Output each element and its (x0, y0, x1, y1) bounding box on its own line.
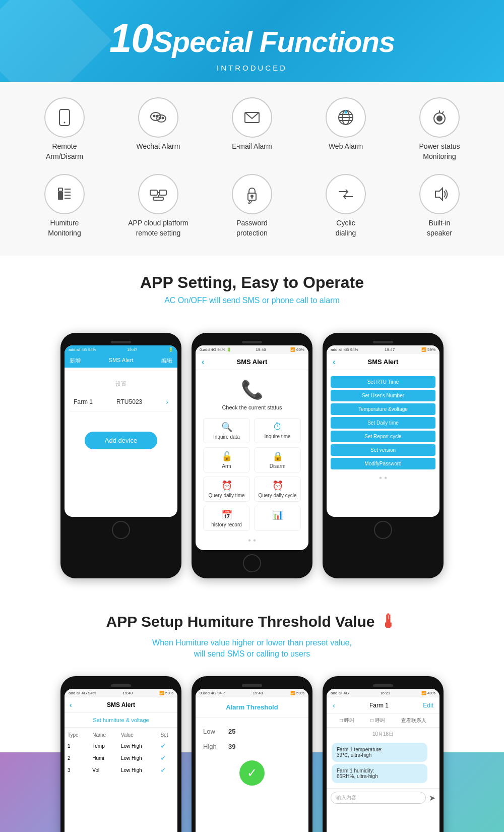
feature-icon-wechat (138, 97, 178, 138)
feature-label-cloud: APP cloud platformremote setting (128, 218, 188, 238)
feature-label-password: Passwordprotection (236, 218, 267, 238)
phone-6: add.all 4G 16:21 📶 49% ‹ Farm 1 Edit □ 呼… (323, 676, 444, 832)
feature-icon-password (232, 174, 272, 214)
phone-1-add-device-button[interactable]: Add device (85, 432, 157, 449)
phone-5: 0.add 4G 94% 19:48 📶 59% Alarm Threshold… (192, 676, 312, 832)
phone-5-high-label: High (203, 743, 223, 750)
phone-1-category: 设置 (70, 375, 172, 393)
app-setting-title: APP Setting, Easy to Operate (10, 273, 494, 292)
phone-2-inquire-time[interactable]: ⏱ Inquire time (254, 418, 301, 443)
phone-3-body: Set RTU Time Set User's Number Temperatu… (327, 370, 439, 487)
phone-3-btn-version[interactable]: Set version (331, 444, 435, 456)
feature-label-remote-arm: RemoteArm/Disarm (46, 142, 83, 161)
check-icon: ✓ (157, 740, 177, 752)
phone-5-low-row: Low 25 (203, 728, 301, 735)
phone-2-call-icon: 📞 (201, 379, 303, 400)
phone-6-farm-title: Farm 1 (369, 702, 389, 709)
phone-3-dots: • • (331, 473, 435, 483)
phone-5-low-label: Low (203, 728, 223, 735)
phone-2-query-daily-time[interactable]: ⏰ Query daily time (203, 477, 250, 502)
phone-6-speaker (373, 684, 393, 687)
phone-5-high-row: High 39 (203, 743, 301, 750)
phone-3-home-button[interactable] (374, 521, 392, 539)
feature-label-speaker: Built-inspeaker (427, 218, 452, 238)
feature-label-email: E-mail Alarm (232, 142, 272, 152)
phone-5-statusbar: 0.add 4G 94% 19:48 📶 59% (196, 689, 308, 697)
phone-1-home-button[interactable] (112, 521, 130, 539)
phone-2-inquire-data[interactable]: 🔍 Inquire data (203, 418, 250, 443)
phone-4-table: Type Name Value Set 1 Temp Low High ✓ (65, 730, 177, 776)
confirm-check-icon[interactable]: ✓ (239, 760, 265, 786)
feature-wechat-alarm: Wechat Alarm (118, 97, 199, 161)
phone-2-history-record[interactable]: 📅 history record (203, 506, 250, 531)
phone-1: add.all 4G 94% 19:47 🔋 新增 SMS Alert 编辑 设… (60, 333, 181, 578)
header-section: 10Special Functions INTRODUCED (0, 0, 504, 82)
feature-remote-arm: RemoteArm/Disarm (24, 97, 105, 161)
phone-1-title: SMS Alert (109, 357, 134, 365)
feature-speaker: Built-inspeaker (399, 174, 480, 238)
phone-2-disarm[interactable]: 🔒 Disarm (254, 447, 301, 472)
phone-1-farm-label: Farm 1 (74, 398, 93, 405)
feature-icon-humiture (44, 174, 85, 214)
feature-icon-power (419, 97, 460, 138)
phone-3-screen: add.all 4G 94% 19:47 📶 59% ‹ SMS Alert S… (327, 345, 439, 517)
calendar-icon: 📅 (221, 509, 232, 520)
phone-6-edit[interactable]: Edit (423, 702, 433, 709)
phone-2-dots: • • (201, 536, 303, 545)
phone-3-btn-temp-voltage[interactable]: Temperature &voltage (331, 403, 435, 415)
header-number: 10 (109, 16, 153, 61)
phone-5-high-value: 39 (228, 743, 235, 750)
phone-3-btn-modify-password[interactable]: ModifyPassword (331, 458, 435, 469)
phone-2-chart[interactable]: 📊 (254, 506, 301, 531)
svg-marker-39 (435, 188, 443, 200)
features-section: RemoteArm/Disarm Wechat Alarm (0, 82, 504, 256)
phone-1-header: 新增 SMS Alert 编辑 (65, 354, 177, 368)
phone-4-back[interactable]: ‹ (70, 701, 72, 709)
phone-2-back[interactable]: ‹ (202, 358, 204, 367)
feature-power-status: Power statusMonitoring (399, 97, 480, 161)
svg-rect-22 (58, 194, 62, 195)
header-subtitle: INTRODUCED (10, 64, 494, 72)
svg-rect-30 (159, 190, 166, 195)
table-row: 2 Humi Low High ✓ (65, 752, 177, 764)
svg-rect-23 (58, 196, 62, 197)
phone-2-query-daily-cycle[interactable]: ⏰ Query daily cycle (254, 477, 301, 502)
phone-1-speaker (111, 341, 131, 343)
svg-rect-32 (153, 197, 163, 200)
send-icon[interactable]: ➤ (429, 793, 435, 803)
phone-4-col-name: Name (89, 730, 118, 740)
svg-point-6 (159, 117, 161, 119)
svg-point-5 (157, 115, 158, 117)
phone-2-arm[interactable]: 🔓 Arm (203, 447, 250, 472)
phone-3-back[interactable]: ‹ (333, 358, 335, 367)
chart-icon: 📊 (272, 509, 283, 520)
phone-4-statusbar: add.all 4G 94% 19:48 📶 59% (65, 689, 177, 697)
phone-3-btn-user-number[interactable]: Set User's Number (331, 390, 435, 401)
phone-6-input-row: 输入内容 ➤ (327, 788, 439, 807)
table-row: 3 Vol Low High ✓ (65, 764, 177, 776)
phone-2-grid: 🔍 Inquire data ⏱ Inquire time 🔓 Arm 🔒 Di… (201, 415, 303, 533)
phone-2-body: 📞 Check the current status 🔍 Inquire dat… (196, 370, 308, 550)
phone-2-speaker (242, 341, 262, 343)
phone-3-title: SMS Alert (368, 358, 399, 366)
phone-6-screen: add.all 4G 16:21 📶 49% ‹ Farm 1 Edit □ 呼… (327, 689, 439, 832)
svg-rect-24 (58, 198, 62, 199)
svg-line-19 (442, 111, 444, 114)
feature-label-cyclic: Cyclicdialing (336, 218, 356, 238)
feature-label-web: Web Alarm (329, 142, 363, 152)
phone-6-date: 10月18日 (327, 728, 439, 741)
phone-5-speaker (242, 684, 262, 687)
phone-4-speaker (111, 684, 131, 687)
app-setting-subtitle: AC On/OFF will send SMS or phone call to… (10, 296, 494, 305)
phone-3-btn-daily-time[interactable]: Set Daily time (331, 417, 435, 429)
svg-point-17 (437, 116, 442, 121)
phone-2-home-button[interactable] (243, 554, 261, 572)
phone-3-btn-report-cycle[interactable]: Set Report cycle (331, 431, 435, 442)
phone-3-btn-rtu-time[interactable]: Set RTU Time (331, 376, 435, 388)
svg-point-2 (151, 112, 161, 121)
feature-icon-cloud (138, 174, 178, 214)
phone-6-back[interactable]: ‹ (333, 701, 335, 709)
phone-5-screen: 0.add 4G 94% 19:48 📶 59% Alarm Threshold… (196, 689, 308, 832)
phone-6-input[interactable]: 输入内容 (331, 792, 426, 804)
phone-4-section-title: Set humiture & voltage (65, 713, 177, 728)
